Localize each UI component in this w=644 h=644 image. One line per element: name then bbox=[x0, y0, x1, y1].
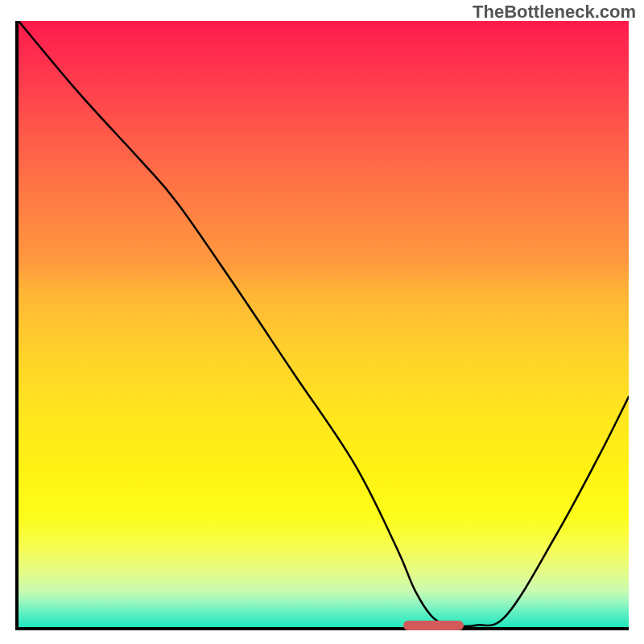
optimal-range-marker bbox=[403, 621, 464, 630]
bottleneck-chart: TheBottleneck.com bbox=[0, 0, 644, 644]
watermark-text: TheBottleneck.com bbox=[473, 2, 636, 23]
plot-area bbox=[15, 21, 629, 630]
curve-layer bbox=[19, 21, 629, 627]
bottleneck-curve-path bbox=[19, 21, 629, 626]
